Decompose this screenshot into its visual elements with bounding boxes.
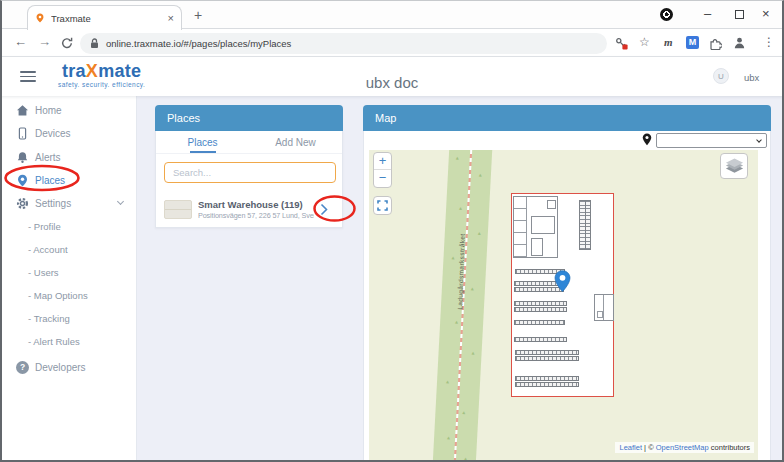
zoom-in-button[interactable]: + <box>374 153 391 170</box>
sidebar-item-alert-rules[interactable]: - Alert Rules <box>0 330 137 352</box>
place-pin-icon <box>642 133 652 146</box>
layers-button[interactable] <box>720 153 748 179</box>
help-icon: ? <box>16 361 29 374</box>
hamburger-menu-icon[interactable] <box>20 71 36 85</box>
tab-places[interactable]: Places <box>156 131 249 153</box>
window-close-button[interactable]: × <box>762 6 770 21</box>
map-pin-icon <box>16 174 29 187</box>
tab-add-new[interactable]: Add New <box>249 131 342 153</box>
sidebar-item-account[interactable]: - Account <box>0 238 137 260</box>
floorplan-rack <box>515 376 579 381</box>
floorplan-rack <box>515 382 579 387</box>
browser-tab[interactable]: Traxmate × <box>27 5 182 30</box>
traxmate-logo[interactable]: traXmate safety. security. efficiency. <box>58 62 145 88</box>
places-tabs: Places Add New <box>156 131 342 154</box>
fullscreen-icon <box>377 200 388 211</box>
browser-titlebar: Traxmate × + – × <box>0 0 784 29</box>
browser-update-icon[interactable] <box>660 8 673 21</box>
sidebar-item-label: Developers <box>35 362 86 373</box>
search-input[interactable] <box>164 162 336 183</box>
new-tab-button[interactable]: + <box>194 7 202 23</box>
user-name[interactable]: ubx <box>744 72 759 83</box>
attribution-separator: | <box>644 443 646 452</box>
sidebar-item-places[interactable]: Places <box>0 169 137 191</box>
browser-window: Traxmate × + – × ← → online.traxmate.io/… <box>0 0 784 462</box>
chevron-down-icon <box>756 137 762 143</box>
leaflet-link[interactable]: Leaflet <box>619 443 642 452</box>
warehouse-floorplan <box>511 193 614 397</box>
sidebar-item-label: - Map Options <box>28 290 88 301</box>
traxmate-favicon-icon <box>35 12 45 24</box>
sidebar-item-map-options[interactable]: - Map Options <box>0 284 137 306</box>
password-key-icon[interactable] <box>615 37 628 50</box>
url-text: online.traxmate.io/#/pages/places/myPlac… <box>106 38 291 49</box>
url-bar[interactable]: online.traxmate.io/#/pages/places/myPlac… <box>80 33 607 54</box>
sidebar-item-developers[interactable]: ? Developers <box>0 356 137 378</box>
browser-profile-icon[interactable] <box>733 36 746 49</box>
place-title: Smart Warehouse (119) <box>198 199 314 210</box>
sidebar-item-tracking[interactable]: - Tracking <box>0 307 137 329</box>
sidebar-item-label: - Profile <box>28 221 61 232</box>
sidebar-item-label: - Account <box>28 244 68 255</box>
zoom-control: + − <box>373 152 392 188</box>
sidebar-item-users[interactable]: - Users <box>0 261 137 283</box>
window-minimize-button[interactable]: – <box>704 6 711 21</box>
floorplan-rack <box>515 356 579 361</box>
extension-M-icon[interactable]: M <box>686 36 699 49</box>
back-button[interactable]: ← <box>14 34 27 51</box>
map-marker-icon[interactable] <box>554 270 571 293</box>
logo-tagline: safety. security. efficiency. <box>58 81 145 88</box>
sidebar-item-settings[interactable]: Settings <box>0 192 137 214</box>
lock-icon <box>90 38 99 49</box>
place-list-item[interactable]: Smart Warehouse (119) Positionsvägen 57,… <box>156 192 342 227</box>
places-panel: Places Add New Smart Warehouse (119) Pos… <box>155 131 343 228</box>
logo-part: X <box>86 61 98 81</box>
sidebar-item-label: Places <box>35 175 65 186</box>
home-icon <box>16 104 29 117</box>
floorplan-rack <box>514 320 565 325</box>
place-select-dropdown[interactable] <box>656 133 767 148</box>
user-avatar[interactable]: U <box>713 68 729 84</box>
tab-close-icon[interactable]: × <box>168 13 174 24</box>
browser-navbar: ← → online.traxmate.io/#/pages/places/my… <box>0 29 784 57</box>
logo-part: tra <box>62 61 86 81</box>
bell-icon <box>16 151 29 164</box>
floorplan-rack <box>515 350 579 355</box>
sidebar-item-devices[interactable]: Devices <box>0 122 137 144</box>
map-panel: ▲▲ ▲▲ ▲▲ ▲▲ ▲▲ ▲▲ Ladugårdsmarksstråket <box>363 131 771 462</box>
sidebar-item-profile[interactable]: - Profile <box>0 215 137 237</box>
sidebar-item-label: - Users <box>28 267 59 278</box>
active-tab-underline <box>190 151 216 153</box>
chevron-right-icon[interactable] <box>320 203 328 216</box>
browser-menu-icon[interactable]: ⋮ <box>763 35 775 49</box>
tab-title: Traxmate <box>51 13 162 24</box>
zoom-out-button[interactable]: − <box>374 170 391 187</box>
place-texts: Smart Warehouse (119) Positionsvägen 57,… <box>198 199 314 220</box>
sidebar-item-alerts[interactable]: Alerts <box>0 146 137 168</box>
app-header: traXmate safety. security. efficiency. u… <box>0 57 784 96</box>
logo-part: mate <box>98 61 141 81</box>
fullscreen-button[interactable] <box>373 196 392 215</box>
sidebar-item-home[interactable]: Home <box>0 99 137 121</box>
layers-icon <box>725 158 744 174</box>
map-canvas[interactable]: ▲▲ ▲▲ ▲▲ ▲▲ ▲▲ ▲▲ Ladugårdsmarksstråket <box>369 150 758 462</box>
sidebar-item-label: Alerts <box>35 152 61 163</box>
attribution-copyright: © <box>648 443 654 452</box>
chevron-down-icon <box>117 198 124 205</box>
sidebar-item-label: - Alert Rules <box>28 336 80 347</box>
sidebar-item-label: - Tracking <box>28 313 70 324</box>
extension-m-icon[interactable]: m <box>664 36 673 48</box>
floorplan-side-rooms <box>594 294 614 321</box>
extensions-puzzle-icon[interactable] <box>709 37 722 50</box>
osm-link[interactable]: OpenStreetMap <box>656 443 709 452</box>
window-maximize-button[interactable] <box>735 10 744 19</box>
bookmark-star-icon[interactable]: ☆ <box>639 35 650 49</box>
forward-button[interactable]: → <box>38 34 51 51</box>
floorplan-rack <box>514 301 567 306</box>
tab-label: Places <box>187 137 217 148</box>
place-thumbnail <box>164 200 192 219</box>
tab-label: Add New <box>275 137 316 148</box>
floorplan-vertical-rack <box>579 200 591 250</box>
floorplan-rack <box>514 337 567 342</box>
refresh-button[interactable] <box>61 37 73 49</box>
